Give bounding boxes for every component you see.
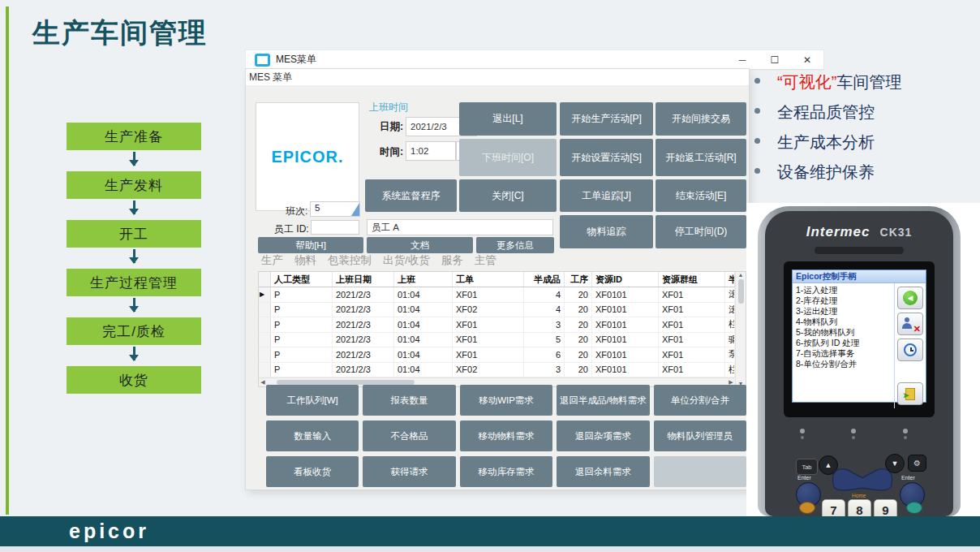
device-screen-title: Epicor控制手柄 — [793, 270, 926, 283]
cell-job: XF01 — [453, 347, 524, 362]
col-operation: 工序 — [565, 272, 592, 287]
bottom-grid-button[interactable]: 不合格品 — [363, 420, 455, 451]
bottom-grid-button[interactable]: 报表数量 — [363, 385, 455, 416]
bottom-grid-button[interactable]: 单位分割/合并 — [654, 385, 746, 416]
cell-assembly: 3 — [524, 363, 565, 377]
start-setup-activity-button[interactable]: 开始设置活动[S] — [560, 139, 653, 176]
bottom-grid-button[interactable]: 退回杂项需求 — [557, 420, 649, 451]
bullet-text: 设备维护保养 — [777, 162, 875, 183]
flow-step-box: 完工/质检 — [67, 317, 201, 345]
vertical-scrollbar[interactable]: ▲ ▼ — [735, 272, 746, 386]
downtime-button[interactable]: 停工时间(D) — [655, 215, 746, 248]
bottom-grid-button[interactable]: 退回余料需求 — [557, 456, 649, 487]
bottom-grid-button[interactable]: 工作队列[W] — [266, 385, 359, 416]
table-row[interactable]: ▶ P 2021/2/3 01:04 XF02 4 20 XF0101 XF01… — [259, 303, 735, 318]
start-indirect-transaction-button[interactable]: 开始间接交易 — [655, 102, 746, 136]
document-button[interactable]: 文档 — [367, 237, 473, 253]
job-tracker-button[interactable]: 工单追踪[J] — [560, 179, 653, 212]
mes-tab[interactable]: 主管 — [475, 253, 496, 270]
shift-dropdown[interactable]: 5 — [310, 201, 360, 217]
col-job: 工单 — [453, 272, 524, 287]
flow-step-box: 生产发料 — [67, 171, 201, 199]
bottom-grid-button[interactable]: 数量输入 — [266, 420, 359, 451]
system-monitor-button[interactable]: 系统监督程序 — [365, 179, 457, 212]
bottom-grid-button[interactable]: 移动物料需求 — [460, 420, 552, 451]
col-clockin-date: 上班日期 — [333, 272, 394, 287]
cell-job: XF01 — [453, 317, 524, 332]
minimize-icon[interactable]: ─ — [726, 50, 759, 69]
table-row[interactable]: ▶ P 2021/2/3 01:04 XF01 6 20 XF0101 XF01… — [259, 347, 735, 363]
help-button[interactable]: 帮助[H] — [258, 237, 363, 253]
flow-step-box: 生产过程管理 — [67, 269, 201, 296]
cell-resource-group: XF01 — [659, 333, 725, 347]
bottom-grid-button[interactable] — [654, 456, 746, 487]
cell-resource-id: XF0101 — [592, 363, 659, 377]
cell-operation: 20 — [565, 303, 592, 317]
cell-part-clipped: 柱塞 — [725, 363, 735, 377]
bottom-grid-button[interactable]: 移动WIP需求 — [460, 385, 552, 416]
cell-part-clipped: 滚轮 — [725, 287, 735, 302]
device-down-arrow-key: ▼ — [885, 454, 905, 473]
cell-clockin: 01:04 — [394, 303, 453, 317]
device-menu-item: 4-物料队列 — [796, 317, 894, 327]
cell-resource-group: XF01 — [659, 287, 725, 302]
bottom-grid-button[interactable]: 退回半成品/物料需求 — [557, 385, 649, 416]
time-input[interactable] — [406, 141, 456, 161]
scroll-up-icon[interactable]: ▲ — [737, 272, 745, 278]
row-selector-cell: ▶ — [259, 363, 271, 377]
vertical-scroll-thumb[interactable] — [738, 279, 744, 304]
close-icon[interactable]: ✕ — [791, 50, 823, 69]
table-row[interactable]: ▶ P 2021/2/3 01:04 XF01 4 20 XF0101 XF01… — [259, 287, 735, 303]
material-tracker-button[interactable]: 物料追踪 — [560, 215, 653, 248]
cell-labor-type: P — [271, 347, 333, 362]
cell-job: XF01 — [453, 287, 524, 302]
exit-door-icon: ➤ — [905, 388, 915, 400]
table-row[interactable]: ▶ P 2021/2/3 01:04 XF01 3 20 XF0101 XF01… — [259, 317, 735, 333]
exit-button[interactable]: 退出[L] — [459, 102, 557, 136]
cell-job: XF02 — [453, 303, 524, 317]
bottom-grid-button[interactable]: 移动库存需求 — [460, 456, 552, 487]
mes-tab[interactable]: 包装控制 — [328, 253, 372, 270]
flow-step: 开工 — [67, 220, 201, 269]
device-menu-item: 8-单位分割/合并 — [796, 359, 894, 369]
more-info-button[interactable]: 更多信息 — [476, 237, 554, 253]
time-label: 时间: — [380, 145, 403, 159]
slide: 生产车间管理 生产准备 生产发料 开工 生产过程管理 — [0, 0, 980, 552]
close-button[interactable]: 关闭[C] — [459, 179, 557, 212]
flow-step-box: 开工 — [67, 220, 201, 248]
device-menu-item: 1-运入处理 — [796, 285, 894, 295]
home-key-label: Home — [852, 493, 866, 498]
cell-clockin-date: 2021/2/3 — [333, 287, 394, 302]
cell-clockin: 01:04 — [394, 347, 453, 362]
bottom-grid-button[interactable]: 获得请求 — [363, 456, 455, 487]
flow-arrow-down-icon — [133, 298, 135, 312]
bottom-grid-button[interactable]: 物料队列管理员 — [654, 420, 746, 451]
start-production-activity-button[interactable]: 开始生产活动[P] — [560, 102, 653, 136]
table-row[interactable]: ▶ P 2021/2/3 01:04 XF01 5 20 XF0101 XF01… — [259, 333, 735, 348]
row-selector-cell: ▶ — [259, 333, 271, 347]
cell-clockin-date: 2021/2/3 — [333, 363, 394, 377]
date-label: 日期: — [380, 120, 403, 134]
end-activity-button[interactable]: 结束活动[E] — [655, 179, 746, 212]
cell-clockin: 01:04 — [394, 317, 453, 332]
mes-tab[interactable]: 生产 — [261, 253, 283, 270]
cell-resource-id: XF0101 — [592, 347, 659, 362]
bottom-action-grid: 工作队列[W]报表数量移动WIP需求退回半成品/物料需求单位分割/合并数量输入不… — [266, 385, 746, 487]
device-brand: Intermec — [806, 224, 870, 240]
bullet-item: “可视化” 车间管理 — [754, 71, 975, 89]
maximize-icon[interactable]: ☐ — [759, 50, 791, 69]
mes-tab[interactable]: 物料 — [294, 253, 316, 270]
mes-tab[interactable]: 出货/收货 — [383, 253, 430, 270]
cell-clockin-date: 2021/2/3 — [333, 317, 394, 332]
mes-tab[interactable]: 服务 — [441, 253, 463, 270]
clock-out-button[interactable]: 下班时间[O] — [459, 139, 557, 176]
employee-id-input[interactable] — [311, 220, 359, 235]
bottom-grid-button[interactable]: 看板收货 — [266, 456, 359, 487]
flow-step-box: 生产准备 — [67, 123, 201, 150]
cell-resource-group: XF01 — [659, 317, 725, 332]
cell-resource-id: XF0101 — [592, 303, 659, 317]
employee-name-field[interactable] — [367, 219, 553, 235]
table-row[interactable]: ▶ P 2021/2/3 01:04 XF02 3 20 XF0101 XF01… — [259, 363, 735, 378]
start-rework-activity-button[interactable]: 开始返工活动[R] — [655, 139, 746, 176]
row-selector-cell: ▶ — [259, 287, 271, 302]
